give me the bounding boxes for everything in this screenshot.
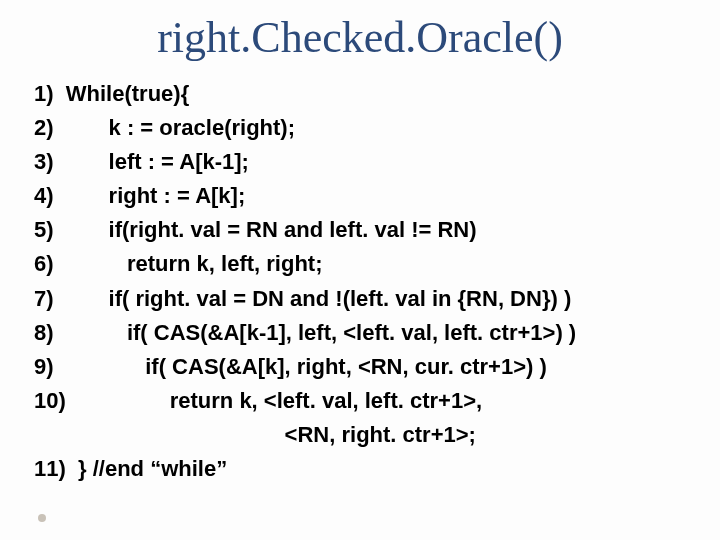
slide-bullet-decoration — [38, 514, 46, 522]
pseudocode-block: 1) While(true){ 2) k : = oracle(right); … — [34, 77, 690, 486]
code-line-7: 7) if( right. val = DN and !(left. val i… — [34, 286, 571, 311]
code-line-6: 6) return k, left, right; — [34, 251, 322, 276]
code-line-5: 5) if(right. val = RN and left. val != R… — [34, 217, 477, 242]
code-line-3: 3) left : = A[k-1]; — [34, 149, 249, 174]
code-line-10-cont: <RN, right. ctr+1>; — [34, 422, 476, 447]
code-line-10: 10) return k, <left. val, left. ctr+1>, — [34, 388, 482, 413]
code-line-11: 11) } //end “while” — [34, 456, 227, 481]
code-line-8: 8) if( CAS(&A[k-1], left, <left. val, le… — [34, 320, 576, 345]
slide: right.Checked.Oracle() 1) While(true){ 2… — [0, 0, 720, 540]
code-line-9: 9) if( CAS(&A[k], right, <RN, cur. ctr+1… — [34, 354, 547, 379]
code-line-1: 1) While(true){ — [34, 81, 189, 106]
code-line-4: 4) right : = A[k]; — [34, 183, 245, 208]
code-line-2: 2) k : = oracle(right); — [34, 115, 295, 140]
slide-title: right.Checked.Oracle() — [30, 8, 690, 63]
